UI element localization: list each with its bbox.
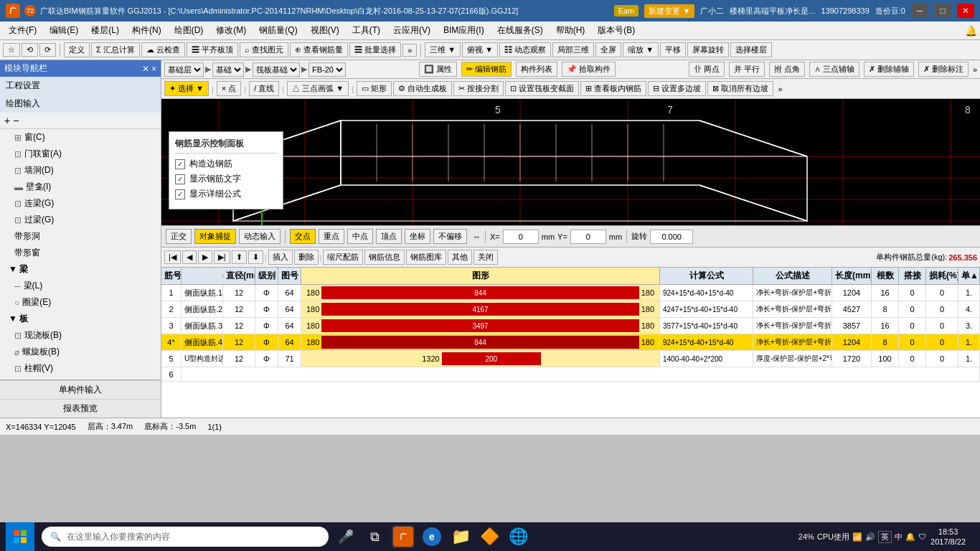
find-btn[interactable]: ⌕ 查找图元: [240, 42, 288, 57]
menu-file[interactable]: 文件(F): [3, 23, 42, 38]
sidebar-item-arc[interactable]: 带形窗: [0, 245, 161, 261]
option-show-text[interactable]: 显示钢筋文字: [175, 173, 277, 185]
sidebar-item-beam[interactable]: ⊡过梁(G): [0, 212, 161, 228]
insert-btn[interactable]: 插入: [268, 250, 293, 265]
cortana-icon[interactable]: 🎤: [334, 525, 357, 548]
menu-rebar-qty[interactable]: 钢筋量(Q): [253, 23, 303, 38]
batch-select-btn[interactable]: ☰ 批量选择: [349, 42, 401, 57]
orthogonal-btn[interactable]: 正交: [166, 229, 192, 244]
parallel-btn[interactable]: 并 平行: [729, 62, 765, 77]
last-btn[interactable]: ▶|: [214, 250, 230, 264]
down-btn[interactable]: ⬇: [248, 250, 263, 264]
more-btn[interactable]: »: [402, 44, 417, 57]
table-row-empty[interactable]: 6: [161, 367, 980, 382]
split-btn[interactable]: ✂ 按接分割: [453, 81, 504, 96]
menu-view[interactable]: 视图(V): [305, 23, 345, 38]
table-row[interactable]: 5 U型构造封边筋.1 12 Φ 71 1320 200 1400-40-40+…: [161, 351, 980, 367]
network-icon[interactable]: 📶: [852, 532, 862, 542]
drawing-input-item[interactable]: 绘图输入: [0, 95, 161, 113]
pan-btn[interactable]: 平移: [660, 42, 686, 57]
close-table-btn[interactable]: 关闭: [473, 250, 498, 265]
snap-btn[interactable]: 对象捕捉: [194, 229, 236, 244]
view-inner-btn[interactable]: ⊞ 查看板内钢筋: [580, 81, 646, 96]
ime-label[interactable]: 英: [878, 531, 892, 543]
task-view-icon[interactable]: ⧉: [363, 525, 386, 548]
no-offset-btn[interactable]: 不偏移: [433, 229, 467, 244]
calc-btn[interactable]: Σ 汇总计算: [91, 42, 140, 57]
sidebar-item-door[interactable]: ⊡墙洞(D): [0, 162, 161, 179]
table-row[interactable]: 1 侧面纵筋.1 12 Φ 64 180 844 180 924+15*d-40…: [161, 285, 980, 301]
type-select[interactable]: 筏板基础: [253, 62, 300, 77]
sidebar-group-beam[interactable]: ▼ 梁: [0, 261, 161, 278]
project-settings-item[interactable]: 工程设置: [0, 77, 161, 95]
report-preview[interactable]: 报表预览: [0, 399, 161, 418]
define-btn[interactable]: 定义: [64, 42, 90, 57]
screen-rotate-btn[interactable]: 屏幕旋转: [687, 42, 729, 57]
sidebar-item-beam-l[interactable]: ─梁(L): [0, 278, 161, 294]
table-row-selected[interactable]: 4* 侧面纵筋.4 12 Φ 64 180 844 180 924+15*d-4…: [161, 334, 980, 351]
auto-gen-btn[interactable]: ⚙ 自动生成板: [393, 81, 452, 96]
select-floor-btn[interactable]: 选择楼层: [730, 42, 772, 57]
dynamic-input-btn[interactable]: 动态输入: [239, 229, 281, 244]
up-btn[interactable]: ⬆: [232, 250, 247, 264]
local-3d-btn[interactable]: 局部三维: [552, 42, 594, 57]
checkbox-construction-rebar[interactable]: [175, 159, 185, 169]
folder-icon[interactable]: 📁: [449, 525, 472, 548]
app1-icon[interactable]: 🔶: [478, 525, 501, 548]
prev-btn[interactable]: ◀: [182, 250, 197, 264]
sidebar-item-ring-beam[interactable]: ○圈梁(E): [0, 294, 161, 311]
view-rebar-btn[interactable]: ⊕ 查看钢筋量: [290, 42, 348, 57]
fullscreen-btn[interactable]: 全屏: [595, 42, 621, 57]
clock[interactable]: 18:53 2017/8/22: [930, 527, 966, 547]
checkbox-show-text[interactable]: [175, 174, 185, 184]
first-btn[interactable]: |◀: [164, 250, 181, 264]
align-top-btn[interactable]: ☰ 平齐板顶: [187, 42, 238, 57]
single-component-input[interactable]: 单构件输入: [0, 380, 161, 399]
new-change-btn[interactable]: 新建变更 ▼: [644, 4, 694, 18]
mid-btn[interactable]: 中点: [347, 229, 373, 244]
sidebar-close-icon[interactable]: ✕ ×: [142, 64, 156, 74]
angle-btn[interactable]: 拊 点角: [769, 62, 805, 77]
pickup-btn[interactable]: 📌 拾取构件: [562, 62, 616, 77]
midpoint-btn[interactable]: 重点: [319, 229, 344, 244]
menu-modify[interactable]: 修改(M): [210, 23, 252, 38]
app2-icon[interactable]: 🌐: [507, 525, 529, 548]
sidebar-item-present-slab[interactable]: ⊡现浇板(B): [0, 327, 161, 344]
others-btn[interactable]: 其他: [448, 250, 472, 265]
sidebar-item-column-cap[interactable]: ⊡柱帽(V): [0, 360, 161, 373]
three-arc-btn[interactable]: ∧ 三点辅轴: [809, 62, 859, 77]
edit-rebar-btn[interactable]: ✏ 编辑钢筋: [461, 62, 512, 77]
sidebar-group-slab[interactable]: ▼ 板: [0, 311, 161, 327]
component-list-btn[interactable]: 构件列表: [516, 62, 557, 77]
zoom-btn[interactable]: 缩放 ▼: [623, 42, 659, 57]
menu-bim[interactable]: BIM应用(I): [438, 23, 490, 38]
sidebar-item-window[interactable]: ⊞窗(C): [0, 129, 161, 146]
checkbox-show-formula[interactable]: [175, 189, 185, 199]
add-icon[interactable]: +: [4, 115, 10, 126]
undo-btn[interactable]: ⟲: [22, 43, 38, 57]
intersection-btn[interactable]: 交点: [290, 229, 316, 244]
lang-label[interactable]: 中: [895, 532, 903, 542]
security-icon[interactable]: 🛡: [918, 532, 926, 541]
del-aux-btn[interactable]: ✗ 删除辅轴: [864, 62, 914, 77]
line-btn[interactable]: / 直线: [249, 81, 279, 96]
sidebar-item-wall[interactable]: ▬壁龛(I): [0, 179, 161, 195]
endpoint-btn[interactable]: 顶点: [376, 229, 402, 244]
floor-select[interactable]: 基础层: [164, 62, 204, 77]
del-mark-btn[interactable]: ✗ 删除标注: [918, 62, 969, 77]
option-show-formula[interactable]: 显示详细公式: [175, 188, 277, 200]
minimize-button[interactable]: ─: [911, 4, 928, 18]
redo-btn[interactable]: ⟳: [39, 43, 56, 57]
close-button[interactable]: ✕: [957, 4, 974, 18]
table-row[interactable]: 2 侧面纵筋.2 12 Φ 64 180 4167 180 4247+15*d-…: [161, 301, 980, 318]
menu-cloud[interactable]: 云应用(V): [387, 23, 436, 38]
scale-rebar-btn[interactable]: 缩尺配筋: [323, 250, 363, 265]
notification-icon[interactable]: 🔔: [905, 532, 915, 542]
ggj-taskbar-icon[interactable]: 广: [392, 525, 415, 548]
ie-icon[interactable]: e: [420, 525, 443, 548]
y-input[interactable]: [570, 230, 606, 244]
maximize-button[interactable]: □: [934, 4, 951, 18]
arc-btn[interactable]: △ 三点画弧 ▼: [287, 81, 349, 96]
more-draw-btn[interactable]: »: [778, 85, 782, 93]
menu-draw[interactable]: 绘图(D): [169, 23, 209, 38]
